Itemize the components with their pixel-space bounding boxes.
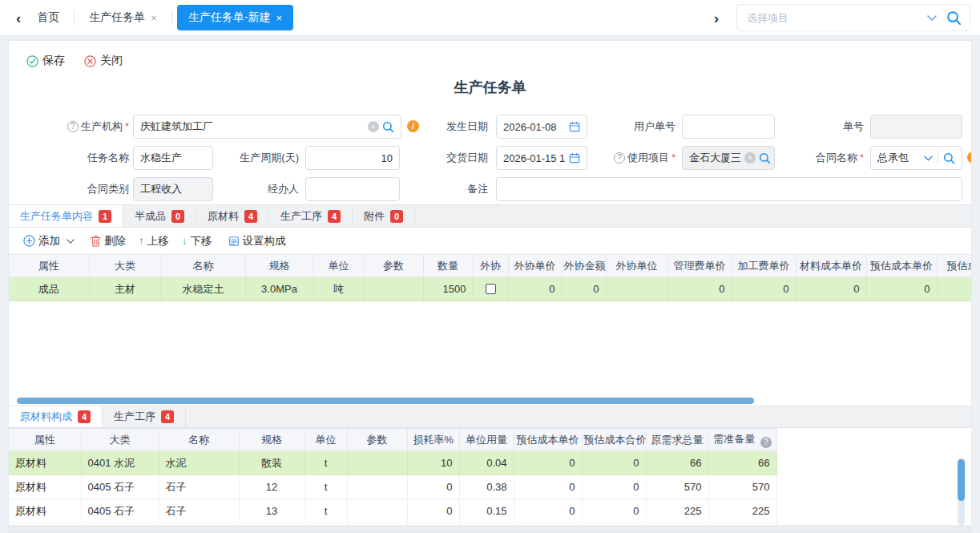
col-header[interactable]: 预估成本单价 (514, 429, 582, 451)
cycle-input[interactable] (313, 152, 393, 164)
user-no-input[interactable] (689, 121, 768, 133)
table-row[interactable]: 成品 主材 水稳定土 3.0MPa 吨 1500 0 0 0 0 0 0 (9, 277, 972, 301)
project-field[interactable]: 金石大厦三 × (682, 146, 775, 170)
task-content-table: 属性 大类 名称 规格 单位 参数 数量 外协 外协单价 外协金额 外协单位 管… (9, 254, 972, 301)
tab-separator (74, 10, 75, 25)
chevron-down-icon[interactable] (67, 239, 75, 244)
col-header[interactable]: 数量 (423, 255, 473, 277)
info-icon[interactable]: i (967, 151, 972, 164)
handler-field[interactable] (305, 177, 400, 201)
calendar-icon[interactable] (569, 121, 580, 132)
contract-type-label: 合同类别 (23, 177, 129, 201)
close-button[interactable]: 关闭 (81, 54, 123, 68)
help-icon[interactable]: ? (67, 121, 79, 132)
col-header[interactable]: 规格 (239, 429, 304, 451)
table-row[interactable]: 原材料 0405 石子 石子 12 t 0 0.38 0 0 570 570 (9, 475, 776, 499)
col-header[interactable]: 单位 (304, 429, 347, 451)
col-header[interactable]: 属性 (9, 255, 89, 277)
tab-raw-material-composition[interactable]: 原材料构成 4 (9, 406, 103, 427)
remark-field[interactable] (496, 177, 962, 201)
search-icon[interactable] (946, 10, 962, 26)
col-header[interactable]: 属性 (9, 429, 81, 451)
circle-check-icon (26, 55, 38, 67)
project-select[interactable] (736, 4, 970, 31)
help-icon[interactable]: ? (760, 437, 772, 448)
col-header[interactable]: 外协单位 (606, 255, 667, 277)
org-input[interactable] (140, 121, 365, 133)
org-field[interactable]: × (133, 115, 401, 139)
col-header[interactable]: 预估成本合 (937, 255, 972, 277)
search-icon[interactable] (382, 121, 394, 133)
cycle-field[interactable] (305, 146, 400, 170)
bottom-scrollbar-track[interactable] (9, 525, 971, 532)
col-header[interactable]: 预估成本单价 (866, 255, 937, 277)
tab-production-processes[interactable]: 生产工序 4 (103, 406, 186, 427)
remark-input[interactable] (503, 184, 955, 196)
clear-icon[interactable]: × (368, 121, 379, 132)
search-icon[interactable] (943, 152, 955, 164)
delivery-date-input[interactable] (503, 152, 566, 164)
cell: 66 (646, 451, 708, 475)
col-header[interactable]: 外协金额 (562, 255, 606, 277)
col-header[interactable]: 名称 (159, 429, 239, 451)
task-name-input[interactable] (140, 152, 206, 164)
raw-material-table: 属性 大类 名称 规格 单位 参数 损耗率% 单位用量 预估成本单价 预估成本合… (9, 428, 777, 523)
task-name-field[interactable] (133, 146, 213, 170)
tab-task-content[interactable]: 生产任务单内容 1 (9, 205, 123, 227)
col-header[interactable]: 原需求总量 (646, 429, 708, 451)
vertical-scrollbar-thumb[interactable] (958, 459, 965, 501)
issue-date-field[interactable] (496, 115, 587, 139)
horizontal-scrollbar-thumb[interactable] (17, 398, 754, 404)
tab-production-task[interactable]: 生产任务单 × (79, 5, 167, 30)
close-label: 关闭 (100, 54, 123, 68)
tab-processes[interactable]: 生产工序 4 (269, 205, 353, 227)
move-down-button[interactable]: ↓ 下移 (182, 234, 212, 248)
tab-home[interactable]: 首页 (27, 5, 69, 30)
col-header[interactable]: 大类 (81, 429, 159, 451)
col-header[interactable]: 规格 (245, 255, 313, 277)
chevron-down-icon[interactable] (924, 155, 933, 161)
col-header[interactable]: 单位 (313, 255, 364, 277)
close-icon[interactable]: × (276, 12, 283, 24)
col-header[interactable]: 材料成本单价 (796, 255, 866, 277)
clear-icon[interactable]: × (744, 152, 756, 164)
main-panel: 保存 关闭 生产任务单 ? 生产机构 * × i 发生日期 (8, 40, 972, 533)
chevron-down-icon[interactable] (927, 15, 937, 21)
tab-attachments[interactable]: 附件 0 (353, 205, 415, 227)
project-select-input[interactable] (745, 11, 917, 25)
move-up-button[interactable]: ↑ 上移 (139, 234, 169, 248)
close-icon[interactable]: × (151, 12, 157, 24)
col-header[interactable]: 管理费单价 (667, 255, 732, 277)
user-no-field[interactable] (682, 115, 775, 139)
tab-semi-finished[interactable]: 半成品 0 (123, 205, 196, 227)
col-header[interactable]: 名称 (161, 255, 245, 277)
outsource-checkbox[interactable] (486, 284, 496, 294)
tab-production-task-new[interactable]: 生产任务单-新建 × (177, 5, 293, 30)
table-row[interactable]: 原材料 0401 水泥 水泥 散装 t 10 0.04 0 0 66 66 (9, 451, 776, 475)
col-header[interactable]: 单位用量 (459, 429, 514, 451)
col-header[interactable]: 需准备量 ? (708, 429, 776, 451)
delete-button[interactable]: 删除 (87, 234, 126, 248)
issue-date-input[interactable] (503, 121, 566, 133)
col-header[interactable]: 外协单价 (508, 255, 562, 277)
help-icon[interactable]: ? (614, 152, 625, 164)
save-button[interactable]: 保存 (23, 54, 65, 68)
add-button[interactable]: 添加 (20, 234, 75, 248)
tabs-scroll-left-icon[interactable]: ‹ (10, 10, 27, 26)
col-header[interactable]: 参数 (364, 255, 423, 277)
document-lines-icon (228, 236, 240, 247)
search-icon[interactable] (759, 152, 771, 164)
col-header[interactable]: 参数 (347, 429, 407, 451)
handler-input[interactable] (313, 184, 393, 196)
set-composition-button[interactable]: 设置构成 (225, 234, 286, 248)
col-header[interactable]: 损耗率% (407, 429, 459, 451)
col-header[interactable]: 大类 (89, 255, 161, 277)
col-header[interactable]: 加工费单价 (732, 255, 796, 277)
tab-raw-materials[interactable]: 原材料 4 (196, 205, 269, 227)
col-header[interactable]: 外协 (473, 255, 508, 277)
table-row[interactable]: 原材料 0405 石子 石子 13 t 0 0.15 0 0 225 225 (9, 499, 776, 523)
col-header[interactable]: 预估成本合价 (582, 429, 646, 451)
cell: 0 (796, 277, 866, 301)
tabs-scroll-right-icon[interactable]: › (708, 10, 725, 26)
contract-name-field[interactable]: 总承包 (870, 146, 962, 170)
